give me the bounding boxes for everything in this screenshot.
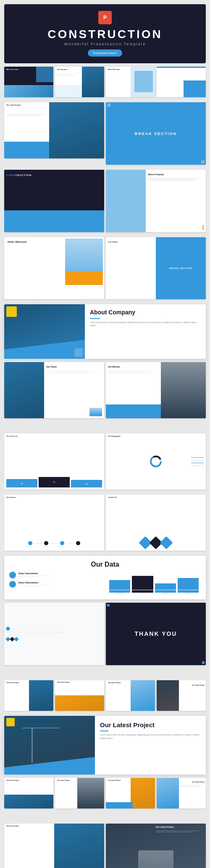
lp4-img (157, 680, 179, 711)
lp2-title: Our Latest Project (57, 681, 70, 684)
slide-lp-large-right[interactable]: Our Latest Project (106, 824, 206, 868)
slide-our-vision[interactable]: Our Vision (4, 362, 104, 418)
lp5-img (4, 795, 53, 808)
lp2-img (55, 695, 104, 711)
process-title: Our Process (6, 496, 16, 498)
holla-title: Holla, Welcome! (8, 241, 27, 243)
about-right-content: About Company Lorem ipsum dolor sit amet… (85, 304, 206, 359)
thank-you-text: THANK YOU (135, 630, 177, 637)
main-title: CONSTRUCTION (11, 28, 199, 41)
break-2-text: BREAK SECTION (169, 267, 192, 269)
data-calc-2: Data Calculation (18, 581, 52, 584)
download-button[interactable]: Download Here! (88, 49, 122, 57)
section-gap-1 (4, 423, 206, 430)
slide-contact-us[interactable]: Contact Us (106, 495, 206, 551)
preview-row-3: CONSTRUCTION About Company (4, 170, 206, 232)
lp-body: Lorem ipsum dolor sit amet consectetur a… (100, 733, 201, 740)
slide-lp-a[interactable]: Our Latest Project (4, 824, 104, 868)
lp6-img (77, 778, 104, 808)
vision-img (4, 362, 44, 418)
slide-lp-1[interactable]: Our Latest Project (4, 680, 53, 711)
about-company-big-title: About Company (90, 309, 201, 316)
break-section-text: BREAK SECTION (135, 132, 177, 136)
featured-latest-project[interactable]: Our Latest Project Lorem ipsum dolor sit… (4, 716, 206, 775)
slide-blue-4[interactable] (157, 67, 206, 97)
lpa-img (54, 824, 104, 868)
lpa-title: Our Latest Project (6, 825, 19, 827)
our-data-title: Our Data (9, 561, 201, 568)
preview-row-2: Our Latest Project BREAK SECTION (4, 102, 206, 165)
data-content: Data Calculation Data Calculation (9, 572, 201, 594)
lp-right-content: Our Latest Project Lorem ipsum dolor sit… (95, 716, 206, 775)
lp1-title: Our Latest Project (6, 682, 19, 684)
ppt-icon: P (98, 11, 112, 24)
lp8-title: Our Latest Project (192, 781, 205, 783)
slide-services-img (82, 67, 104, 97)
mission-title: Our Mission (108, 365, 120, 368)
slide-meet-team-2-title: Meet The Team (108, 68, 120, 70)
price-title: Our Price List (6, 435, 17, 437)
about-body-text: Lorem ipsum dolor sit amet consectetur a… (90, 321, 201, 327)
slide-lp-6[interactable]: Our Latest Project (55, 778, 104, 808)
about-left-img (4, 304, 85, 359)
lp3-title: Our Latest Project (108, 682, 121, 684)
slide-lp-8[interactable]: Our Latest Project (157, 778, 206, 808)
slide-lp-7[interactable]: Our Latest Project (106, 778, 155, 808)
slide-price-list[interactable]: Our Price List 41 71 99 (4, 433, 104, 490)
slide-lp-3[interactable]: Our Latest Project (106, 680, 155, 711)
section-gap-3 (4, 814, 206, 820)
slide-meet-team-2[interactable]: Meet The Team (106, 67, 155, 97)
lp7-img (131, 778, 155, 808)
slide-our-process[interactable]: Our Process (4, 495, 104, 551)
slide-lp-5[interactable]: Our Latest Project (4, 778, 53, 808)
mission-img (161, 362, 206, 418)
lp6-title: Our Latest Project (57, 780, 70, 782)
about-company-title: About Company (148, 173, 164, 176)
slide-lp-4[interactable]: Our Latest Project (157, 680, 206, 711)
slide-break-2[interactable]: BREAK SECTION Our Vision (106, 237, 206, 300)
preview-row-lp-worker: Our Latest Project Our Latest Project Ou… (4, 824, 206, 868)
slide-blank-before-ty[interactable] (4, 603, 104, 665)
lp3-img (131, 680, 155, 711)
lp-left-img (4, 716, 95, 775)
section-gap-2 (4, 670, 206, 677)
preview-row-latest-2: Our Latest Project Our Latest Project Ou… (4, 778, 206, 808)
vision-title: Our Vision (46, 365, 102, 368)
featured-our-data[interactable]: Our Data Data Calculation Data Calculati… (4, 556, 206, 599)
page-wrapper: P CONSTRUCTION Wonderful Presentation Te… (0, 0, 210, 868)
slide-meet-team-title: Meet The Team (6, 68, 18, 70)
header-section: P CONSTRUCTION Wonderful Presentation Te… (4, 4, 206, 63)
lp7-title: Our Latest Project (108, 780, 121, 782)
featured-about-company[interactable]: About Company Lorem ipsum dolor sit amet… (4, 304, 206, 359)
lp5-title: Our Latest Project (6, 780, 19, 782)
slide-break-section[interactable]: BREAK SECTION (106, 102, 206, 165)
slide-our-mission[interactable]: Our Mission (106, 362, 206, 418)
preview-row-1: Meet The Team Our Services Meet The Team (4, 67, 206, 97)
lp8-img (157, 778, 179, 808)
preview-row-5: Our Vision Our Mission (4, 362, 206, 418)
lp-large-title: Our Latest Project (156, 826, 204, 828)
preview-row-thankyou: THANK YOU (4, 603, 206, 665)
lp-big-title: Our Latest Project (100, 722, 201, 729)
slide-latest-project-sm[interactable]: Our Latest Project (4, 102, 104, 158)
preview-row-latest: Our Latest Project Our Latest Project Ou… (4, 680, 206, 711)
our-vision-left: Our Vision (108, 241, 118, 243)
data-calc-1: Data Calculation (18, 572, 52, 575)
slide-lp-2[interactable]: Our Latest Project (55, 680, 104, 711)
slide-img-team (4, 85, 53, 97)
slide-infographic[interactable]: Our Infographic (106, 433, 206, 490)
slide-construction-dark[interactable]: CONSTRUCTION (4, 170, 104, 232)
slide-about-company-sm[interactable]: About Company (106, 170, 206, 232)
slide-meet-team[interactable]: Meet The Team (4, 67, 53, 97)
lp1-img (29, 680, 54, 711)
slide-holla-welcome[interactable]: Holla, Welcome! (4, 237, 104, 300)
infographic-chart (150, 455, 162, 468)
preview-row-4: Holla, Welcome! BREAK SECTION Our Vision (4, 237, 206, 300)
lp-stacked-left: Our Latest Project Our Latest Project (4, 824, 104, 868)
subtitle: Wonderful Presentation Template (11, 42, 199, 46)
slide-thank-you[interactable]: THANK YOU (106, 603, 206, 665)
slide-services-title: Our Services (57, 68, 68, 70)
latest-project-title: Our Latest Project (6, 104, 21, 106)
preview-row-price: Our Price List 41 71 99 Our Infographic (4, 433, 206, 490)
slide-our-services[interactable]: Our Services (55, 67, 104, 97)
